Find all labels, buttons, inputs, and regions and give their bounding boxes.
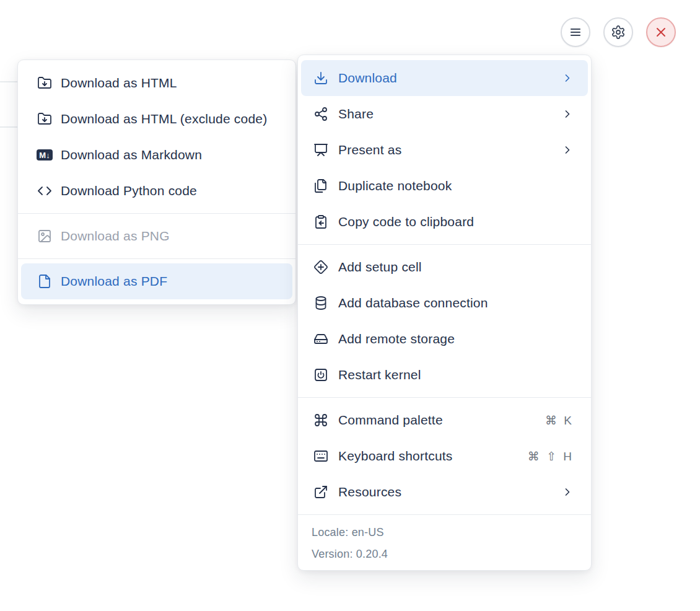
shutdown-button[interactable] <box>646 17 676 47</box>
diamond-plus-icon <box>313 260 329 275</box>
locale-text: Locale: en-US <box>312 522 591 543</box>
menu-item-share[interactable]: Share <box>301 96 588 132</box>
image-icon <box>37 229 53 244</box>
menu-item-duplicate-notebook[interactable]: Duplicate notebook <box>301 168 588 204</box>
chevron-right-icon <box>561 486 574 498</box>
menu-item-label: Download <box>338 71 552 86</box>
menu-button[interactable] <box>561 17 590 47</box>
menu-separator <box>298 514 591 515</box>
menu-item-label: Download as HTML <box>61 76 292 90</box>
menu-item-add-database-connection[interactable]: Add database connection <box>301 285 588 321</box>
menu-item-label: Add remote storage <box>338 332 574 346</box>
chevron-right-icon <box>561 72 574 84</box>
hamburger-icon <box>567 25 584 40</box>
menu-footer: Locale: en-US Version: 0.20.4 <box>298 519 591 565</box>
menu-item-label: Duplicate notebook <box>338 178 574 193</box>
menu-item-present-as[interactable]: Present as <box>301 132 588 168</box>
duplicate-icon <box>313 178 329 193</box>
menu-item-restart-kernel[interactable]: Restart kernel <box>301 357 588 393</box>
chevron-right-icon <box>561 108 574 120</box>
code-icon <box>37 183 53 198</box>
menu-item-label: Download as PNG <box>61 229 292 244</box>
markdown-icon: M↓ <box>37 147 53 162</box>
menu-item-label: Download Python code <box>61 183 292 198</box>
menu-item-keyboard-shortcuts[interactable]: Keyboard shortcuts ⌘ ⇧ H <box>301 438 588 474</box>
command-icon <box>313 413 329 428</box>
notebook-toolbar <box>561 17 676 47</box>
markdown-badge: M↓ <box>37 149 53 160</box>
file-icon <box>37 274 53 289</box>
menu-item-label: Download as HTML (exclude code) <box>61 112 292 126</box>
menu-item-label: Restart kernel <box>338 367 574 382</box>
menu-item-download[interactable]: Download <box>301 60 588 96</box>
database-icon <box>313 296 329 310</box>
menu-item-label: Download as PDF <box>61 274 292 289</box>
menu-item-label: Copy code to clipboard <box>338 214 574 229</box>
menu-item-resources[interactable]: Resources <box>301 474 588 510</box>
close-icon <box>653 25 669 40</box>
keyboard-icon <box>313 449 329 464</box>
version-text: Version: 0.20.4 <box>312 543 591 565</box>
menu-item-label: Keyboard shortcuts <box>338 449 518 464</box>
menu-separator <box>298 244 591 245</box>
menu-separator <box>18 213 295 214</box>
hard-drive-icon <box>313 332 329 346</box>
share-icon <box>313 107 329 121</box>
menu-item-command-palette[interactable]: Command palette ⌘ K <box>301 402 588 438</box>
notebook-actions-menu: Download Share Present as <box>297 55 592 571</box>
shortcut-hint: ⌘ K <box>545 413 574 428</box>
download-icon <box>313 71 329 86</box>
menu-item-label: Command palette <box>338 413 536 428</box>
shortcut-hint: ⌘ ⇧ H <box>528 449 574 464</box>
menu-item-download-as-html[interactable]: Download as HTML <box>21 65 292 101</box>
clipboard-copy-icon <box>313 214 329 229</box>
menu-item-label: Add setup cell <box>338 260 574 275</box>
menu-item-download-python-code[interactable]: Download Python code <box>21 173 292 209</box>
folder-down-icon <box>37 112 53 126</box>
menu-separator <box>298 397 591 398</box>
download-submenu: Download as HTML Download as HTML (exclu… <box>17 59 296 305</box>
menu-item-add-setup-cell[interactable]: Add setup cell <box>301 249 588 285</box>
app-canvas: Download as HTML Download as HTML (exclu… <box>0 0 700 611</box>
menu-item-label: Share <box>338 107 552 121</box>
external-link-icon <box>313 485 329 499</box>
menu-item-download-as-png: Download as PNG <box>21 218 292 254</box>
chevron-right-icon <box>561 144 574 156</box>
page-divider <box>0 126 17 128</box>
menu-item-label: Download as Markdown <box>61 147 292 162</box>
gear-icon <box>610 25 626 40</box>
menu-item-label: Resources <box>338 485 552 499</box>
settings-button[interactable] <box>603 17 633 47</box>
menu-item-download-as-html-exclude-code[interactable]: Download as HTML (exclude code) <box>21 101 292 137</box>
menu-separator <box>18 258 295 259</box>
menu-item-copy-code-to-clipboard[interactable]: Copy code to clipboard <box>301 204 588 240</box>
power-icon <box>313 367 329 382</box>
menu-item-download-as-pdf[interactable]: Download as PDF <box>21 263 292 299</box>
presentation-icon <box>313 143 329 157</box>
page-divider <box>0 81 17 82</box>
menu-item-download-as-markdown[interactable]: M↓ Download as Markdown <box>21 137 292 173</box>
menu-item-label: Present as <box>338 143 552 157</box>
folder-down-icon <box>37 76 53 90</box>
menu-item-add-remote-storage[interactable]: Add remote storage <box>301 321 588 357</box>
menu-item-label: Add database connection <box>338 296 574 310</box>
